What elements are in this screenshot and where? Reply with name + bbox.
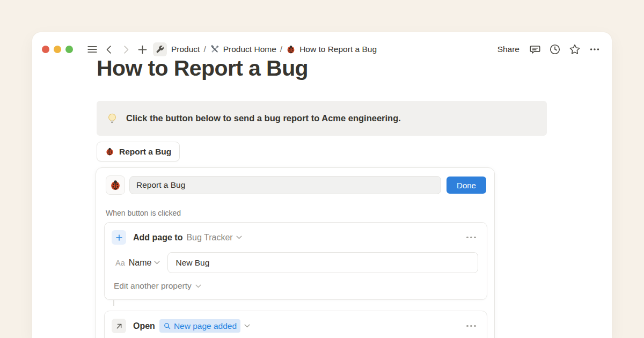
zoom-window-button[interactable] (65, 46, 73, 53)
plus-icon (115, 233, 123, 242)
chevron-left-icon (104, 45, 114, 55)
sidebar-menu-button[interactable] (85, 42, 100, 57)
step-header-row: Add page to Bug Tracker (105, 223, 487, 245)
chevron-down-icon[interactable] (154, 261, 160, 264)
clock-icon (549, 43, 561, 55)
ladybug-icon (105, 147, 114, 156)
step-action-label: Add page to (133, 233, 182, 243)
step-more-options-button[interactable] (464, 234, 478, 241)
edit-another-property-label: Edit another property (114, 281, 192, 291)
app-window: Product / Product Home / How to Report a… (32, 32, 612, 338)
hamburger-icon (86, 43, 98, 55)
minimize-window-button[interactable] (54, 46, 61, 53)
plus-icon (137, 44, 148, 55)
current-page-icon-button[interactable] (153, 42, 167, 56)
button-icon-picker[interactable] (106, 175, 125, 195)
ladybug-icon (286, 45, 296, 54)
breadcrumb-label: Product (171, 45, 200, 54)
step-connector (113, 300, 114, 306)
chevron-right-icon (121, 45, 131, 55)
hammer-wrench-icon (210, 45, 219, 54)
property-value-input[interactable] (167, 252, 478, 273)
breadcrumb-item-how-to-report-a-bug[interactable]: How to Report a Bug (286, 45, 377, 54)
chevron-down-icon (195, 284, 201, 288)
favorite-button[interactable] (567, 42, 582, 57)
button-name-input[interactable] (129, 176, 441, 194)
wrench-icon (156, 45, 164, 54)
breadcrumb-separator: / (280, 45, 282, 54)
step-card-add-page: Add page to Bug Tracker Aa Name (104, 222, 487, 300)
forward-button[interactable] (118, 42, 133, 57)
ellipsis-icon (466, 237, 469, 239)
step-more-options-button[interactable] (464, 323, 478, 329)
lightbulb-icon (106, 113, 118, 124)
ladybug-icon (109, 179, 121, 191)
close-window-button[interactable] (42, 46, 49, 53)
breadcrumb-label: How to Report a Bug (299, 45, 377, 54)
trigger-label: When button is clicked (106, 209, 494, 217)
property-name: Name (129, 258, 152, 268)
new-page-added-chip[interactable]: New page added (159, 319, 240, 333)
back-button[interactable] (101, 42, 116, 57)
share-button[interactable]: Share (494, 42, 523, 56)
titlebar-actions: Share (494, 42, 602, 57)
breadcrumb-label: Product Home (223, 45, 276, 54)
comments-button[interactable] (528, 42, 543, 57)
new-page-button[interactable] (135, 42, 150, 57)
breadcrumb-item-product-home[interactable]: Product Home (210, 45, 276, 54)
chevron-down-icon[interactable] (244, 324, 250, 328)
property-row: Aa Name (115, 252, 478, 273)
star-icon (569, 43, 581, 55)
search-icon (163, 322, 171, 330)
text-property-type-icon: Aa (115, 259, 125, 267)
breadcrumb-separator: / (203, 45, 206, 54)
ellipsis-icon (466, 325, 469, 327)
chevron-down-icon (236, 236, 242, 239)
done-button[interactable]: Done (447, 177, 486, 194)
report-a-bug-label: Report a Bug (119, 147, 171, 157)
edit-another-property-button[interactable]: Edit another property (114, 281, 487, 291)
callout-text: Click the button below to send a bug rep… (126, 113, 401, 123)
open-action-icon-button[interactable] (112, 319, 126, 333)
history-button[interactable] (547, 42, 562, 57)
comment-icon (529, 43, 541, 55)
step-header-row: Open New page added (105, 311, 487, 333)
arrow-up-right-icon (115, 322, 123, 330)
nav-controls (85, 42, 150, 57)
step-card-open: Open New page added (104, 311, 487, 338)
window-controls (42, 46, 73, 53)
report-a-bug-button[interactable]: Report a Bug (97, 142, 180, 161)
page-title: How to Report a Bug (97, 56, 308, 81)
step-action-label: Open (133, 321, 155, 331)
more-options-button[interactable] (587, 42, 602, 57)
button-editor-panel: Done When button is clicked Add page to … (96, 167, 495, 338)
database-name: Bug Tracker (186, 233, 232, 243)
breadcrumb-item-product[interactable]: Product (171, 45, 200, 54)
ellipsis-icon (589, 43, 601, 55)
chip-label: New page added (174, 321, 237, 331)
add-page-action-icon-button[interactable] (112, 230, 126, 245)
callout: Click the button below to send a bug rep… (97, 101, 547, 136)
database-select[interactable]: Bug Tracker (186, 233, 241, 243)
breadcrumb: Product / Product Home / How to Report a… (171, 45, 377, 54)
button-editor-header: Done (96, 168, 494, 195)
